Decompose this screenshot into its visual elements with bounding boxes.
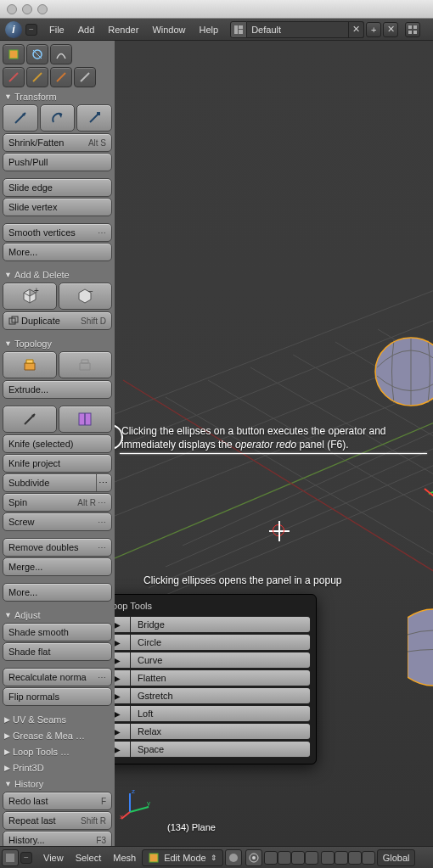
mode-selector[interactable]: Edit Mode ⇕	[142, 849, 223, 866]
push-pull-button[interactable]: Push/Pull	[3, 153, 112, 171]
recalc-normals-button[interactable]: Recalculate norma⋯	[3, 668, 112, 686]
shade-flat-button[interactable]: Shade flat	[3, 642, 112, 661]
popup-item-circle[interactable]: ▶Circle	[115, 634, 311, 651]
orientation-selector[interactable]: Global	[377, 849, 416, 866]
knife-selected-button[interactable]: Knife (selected)	[3, 434, 112, 453]
shrink-fatten-button[interactable]: Shrink/FattenAlt S	[3, 133, 112, 152]
traffic-close-icon[interactable]	[7, 4, 17, 14]
scale-button[interactable]	[76, 104, 112, 132]
popup-item-loft[interactable]: ▶Loft	[115, 705, 311, 722]
transform-more-button[interactable]: More...	[3, 243, 112, 261]
traffic-min-icon[interactable]	[22, 4, 32, 14]
tool-icon-2[interactable]	[26, 67, 48, 87]
footer-menu-mesh[interactable]: Mesh	[107, 853, 142, 863]
svg-line-12	[57, 73, 65, 81]
topology-more-button[interactable]: More...	[3, 583, 112, 602]
popup-item-gstretch[interactable]: ▶Gstretch	[115, 687, 311, 704]
panel-header-adjust[interactable]: ▼Adjust	[3, 608, 112, 622]
mesh-object-partial	[408, 601, 433, 703]
layout-x-button[interactable]: ✕	[383, 22, 398, 37]
mode-object-icon[interactable]	[3, 44, 25, 64]
subdivide-ellipsis-button[interactable]: ⋯	[96, 474, 110, 491]
limit-sel-button[interactable]	[305, 851, 318, 865]
menu-window[interactable]: Window	[145, 25, 192, 35]
loopcut-button[interactable]	[59, 406, 113, 433]
flip-normals-button[interactable]: Flip normals	[3, 687, 112, 706]
layout-plus-button[interactable]: +	[366, 22, 381, 37]
slide-vertex-button[interactable]: Slide vertex	[3, 198, 112, 216]
sel-mode-edge-button[interactable]	[278, 851, 291, 865]
viewport-3d[interactable]: Clicking the ellipses on a button execut…	[115, 41, 433, 846]
redo-last-button[interactable]: Redo lastF	[3, 792, 112, 810]
popup-item-flatten[interactable]: ▶Flatten	[115, 669, 311, 686]
repeat-last-button[interactable]: Repeat lastShift R	[3, 811, 112, 830]
panel-header-topology[interactable]: ▼Topology	[3, 337, 112, 350]
panel-header-print3d[interactable]: ▶Print3D	[3, 761, 112, 775]
popup-item-label: Relax	[131, 723, 311, 740]
svg-line-29	[166, 440, 433, 567]
remove-doubles-button[interactable]: Remove doubles⋯	[3, 538, 112, 557]
delete-cube-button[interactable]: −	[59, 283, 113, 310]
sel-mode-face-button[interactable]	[291, 851, 305, 865]
traffic-zoom-icon[interactable]	[37, 4, 48, 14]
knife-project-button[interactable]: Knife project	[3, 454, 112, 473]
tool-icon-4[interactable]	[74, 67, 96, 87]
subdivide-button[interactable]: Subdivide ⋯	[3, 473, 112, 492]
menu-render[interactable]: Render	[101, 25, 145, 35]
popup-item-curve[interactable]: ▶Curve	[115, 652, 311, 669]
extrude-region-button[interactable]	[3, 351, 57, 378]
pivot-icon[interactable]	[245, 849, 262, 866]
layout-browse-icon[interactable]	[230, 21, 247, 38]
mode-sculpt-icon[interactable]	[50, 44, 72, 64]
merge-button[interactable]: Merge...	[3, 557, 112, 576]
svg-rect-2	[239, 30, 243, 34]
tool-icon-1[interactable]	[3, 67, 25, 87]
mode-edit-icon[interactable]	[26, 44, 48, 64]
manip-translate-icon[interactable]	[335, 851, 348, 865]
popup-item-relax[interactable]: ▶Relax	[115, 723, 311, 740]
layout-add-button[interactable]: ✕	[349, 21, 364, 38]
svg-text:z: z	[132, 787, 135, 795]
slide-edge-button[interactable]: Slide edge	[3, 178, 112, 197]
menu-help[interactable]: Help	[193, 25, 226, 35]
menu-add[interactable]: Add	[71, 25, 102, 35]
extrude-individual-button[interactable]	[59, 351, 113, 378]
popup-item-bridge[interactable]: ▶Bridge	[115, 616, 311, 633]
panel-header-transform[interactable]: ▼Transform	[3, 90, 112, 104]
footer-collapse-button[interactable]: −	[20, 852, 32, 864]
tool-icon-3[interactable]	[50, 67, 72, 87]
svg-line-48	[130, 807, 149, 812]
manip-rotate-icon[interactable]	[348, 851, 362, 865]
manip-scale-icon[interactable]	[362, 851, 375, 865]
translate-button[interactable]	[3, 104, 38, 132]
knife-button[interactable]	[3, 406, 57, 433]
panel-header-loop[interactable]: ▶Loop Tools …	[3, 745, 112, 759]
extrude-menu-button[interactable]: Extrude...	[3, 380, 112, 399]
play-icon: ▶	[115, 634, 131, 651]
history-menu-button[interactable]: History...F3	[3, 831, 112, 846]
screw-button[interactable]: Screw⋯	[3, 512, 112, 531]
shade-smooth-button[interactable]: Shade smooth	[3, 623, 112, 641]
manipulator-toggle[interactable]	[321, 851, 335, 865]
popup-item-space[interactable]: ▶Space	[115, 741, 311, 758]
panel-header-uv[interactable]: ▶UV & Seams	[3, 713, 112, 726]
menu-file[interactable]: File	[42, 25, 71, 35]
collapse-menus-button[interactable]: −	[25, 24, 37, 36]
panel-header-add-delete[interactable]: ▼Add & Delete	[3, 268, 112, 282]
panel-header-history[interactable]: ▼History	[3, 777, 112, 791]
shading-icon[interactable]	[225, 849, 242, 866]
editor-type-icon[interactable]	[2, 849, 19, 866]
sel-mode-vert-button[interactable]	[264, 851, 278, 865]
add-cube-button[interactable]: +	[3, 283, 57, 310]
scene-browse-button[interactable]	[405, 22, 420, 37]
panel-header-grease[interactable]: ▶Grease & Mea …	[3, 729, 112, 742]
layout-name-field[interactable]	[247, 21, 349, 38]
footer-menu-view[interactable]: View	[37, 853, 70, 863]
play-icon: ▶	[115, 705, 131, 722]
popup-item-label: Gstretch	[131, 687, 311, 704]
smooth-verts-button[interactable]: Smooth vertices⋯	[3, 223, 112, 242]
footer-menu-select[interactable]: Select	[70, 853, 108, 863]
duplicate-button[interactable]: DuplicateShift D	[3, 311, 112, 330]
rotate-button[interactable]	[40, 104, 76, 132]
spin-button[interactable]: SpinAlt R⋯	[3, 493, 112, 512]
